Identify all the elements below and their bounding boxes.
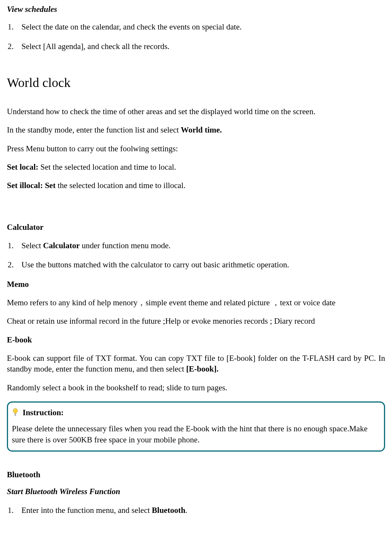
memo-heading: Memo — [7, 279, 385, 290]
bluetooth-heading: Bluetooth — [7, 469, 385, 480]
list-number: 1. — [7, 505, 15, 516]
view-schedules-list: 1. Select the date on the calendar, and … — [7, 21, 385, 52]
svg-rect-1 — [15, 415, 16, 415]
calculator-heading: Calculator — [7, 222, 385, 233]
ebook-bold: [E-book]. — [186, 364, 219, 373]
list-text: Select the date on the calendar, and che… — [21, 21, 385, 32]
set-illocal-line: Set illocal: Set the selected location a… — [7, 180, 385, 191]
text-prefix: Select — [21, 241, 43, 250]
ebook-heading: E-book — [7, 334, 385, 345]
instruction-header: Instruction: — [12, 407, 380, 418]
world-clock-press: Press Menu button to carry out the foolw… — [7, 143, 385, 154]
set-local-line: Set local: Set the selected location and… — [7, 162, 385, 172]
text-suffix: under function menu mode. — [80, 241, 170, 250]
set-illocal-label: Set illocal: Set — [7, 181, 57, 190]
bluetooth-subheading: Start Bluetooth Wireless Function — [7, 486, 385, 497]
list-text: Enter into the function menu, and select… — [21, 505, 385, 516]
bluetooth-list: 1. Enter into the function menu, and sel… — [7, 505, 385, 516]
list-number: 2. — [7, 41, 15, 52]
list-item: 1. Enter into the function menu, and sel… — [7, 505, 385, 516]
text-suffix: . — [185, 506, 187, 515]
list-item: 2. Use the buttons matched with the calc… — [7, 259, 385, 270]
bluetooth-bold: Bluetooth — [152, 506, 186, 515]
instruction-body: Please delete the unnecessary files when… — [12, 423, 380, 445]
world-clock-standby: In the standby mode, enter the function … — [7, 124, 385, 135]
calculator-bold: Calculator — [43, 241, 80, 250]
set-local-label: Set local: — [7, 162, 40, 172]
ebook-p1: E-book can support file of TXT format. Y… — [7, 353, 385, 375]
svg-rect-2 — [15, 416, 16, 416]
list-text: Use the buttons matched with the calcula… — [21, 259, 385, 270]
calculator-list: 1. Select Calculator under function menu… — [7, 240, 385, 270]
svg-rect-0 — [15, 414, 16, 414]
instruction-callout: Instruction: Please delete the unnecessa… — [7, 401, 385, 452]
memo-p2: Cheat or retain use informal record in t… — [7, 316, 385, 326]
view-schedules-heading: View schedules — [7, 4, 385, 15]
instruction-label: Instruction: — [23, 407, 64, 418]
list-item: 1. Select the date on the calendar, and … — [7, 21, 385, 32]
ebook-p2: Randomly select a book in the bookshelf … — [7, 382, 385, 393]
list-item: 2. Select [All agenda], and check all th… — [7, 41, 385, 52]
world-time-label: World time. — [181, 125, 222, 134]
list-text: Select Calculator under function menu mo… — [21, 240, 385, 251]
memo-p1: Memo refers to any kind of help menory，s… — [7, 297, 385, 308]
world-clock-heading: World clock — [7, 74, 385, 92]
list-text: Select [All agenda], and check all the r… — [21, 41, 385, 52]
set-local-text: Set the selected location and time to lo… — [40, 162, 176, 172]
text-prefix: In the standby mode, enter the function … — [7, 125, 181, 134]
set-illocal-text: the selected location and time to illoca… — [57, 181, 185, 190]
world-clock-intro: Understand how to check the time of othe… — [7, 106, 385, 117]
list-number: 2. — [7, 259, 15, 270]
list-item: 1. Select Calculator under function menu… — [7, 240, 385, 251]
lightbulb-icon — [12, 408, 19, 417]
text-prefix: Enter into the function menu, and select — [21, 506, 152, 515]
list-number: 1. — [7, 240, 15, 251]
list-number: 1. — [7, 21, 15, 32]
